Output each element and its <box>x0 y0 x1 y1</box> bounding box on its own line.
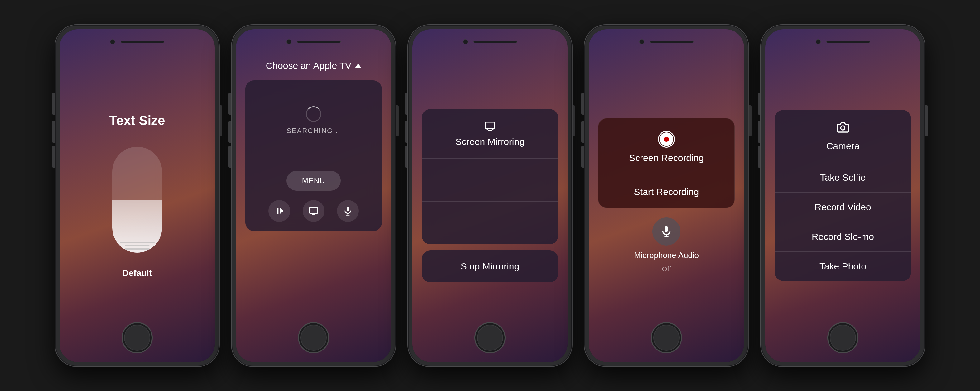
menu-button[interactable]: MENU <box>286 171 341 191</box>
slider-line-3 <box>125 248 150 250</box>
apple-tv-screen: Choose an Apple TV SEARCHING... MENU <box>236 54 391 362</box>
camera-dot-3 <box>463 39 468 44</box>
mic-section: Microphone Audio Off <box>634 218 699 273</box>
recording-title: Screen Recording <box>629 153 704 163</box>
home-button-2[interactable] <box>298 322 329 353</box>
svg-point-11 <box>841 126 845 130</box>
text-size-slider[interactable] <box>112 147 162 253</box>
iphone-3-screen: Screen Mirroring Stop Mirroring <box>412 29 568 362</box>
apple-tv-header: Choose an Apple TV <box>266 60 361 71</box>
stop-mirroring-panel: Stop Mirroring <box>422 251 558 282</box>
recording-header: Screen Recording <box>598 118 734 176</box>
camera-dot-1 <box>110 39 115 44</box>
iphone-3: Screen Mirroring Stop Mirroring <box>407 24 573 367</box>
searching-spinner <box>306 106 321 122</box>
camera-icon <box>837 121 849 136</box>
remote-search-area: SEARCHING... <box>245 80 382 161</box>
svg-rect-5 <box>347 207 349 211</box>
camera-panel: Camera Take Selfie Record Video Record S… <box>775 110 911 281</box>
speaker-bar-5 <box>826 40 870 43</box>
searching-text: SEARCHING... <box>286 127 340 135</box>
iphone-4-screen: Screen Recording Start Recording Microph… <box>589 29 744 362</box>
start-recording-button[interactable]: Start Recording <box>598 176 734 208</box>
iphone-2-screen: Choose an Apple TV SEARCHING... MENU <box>236 29 391 362</box>
home-button-1[interactable] <box>122 322 153 353</box>
svg-marker-1 <box>280 208 284 214</box>
mic-sublabel: Off <box>662 265 671 273</box>
mirroring-option-4[interactable] <box>422 223 558 244</box>
tv-button[interactable] <box>303 200 325 222</box>
top-bar-5 <box>765 29 921 54</box>
svg-rect-2 <box>310 208 318 213</box>
phones-container: Text Size Default <box>0 0 980 391</box>
slider-line-1 <box>120 242 154 243</box>
take-photo-button[interactable]: Take Photo <box>775 252 911 281</box>
play-pause-icon <box>274 206 284 216</box>
text-size-default-label: Default <box>123 268 152 278</box>
record-slomo-button[interactable]: Record Slo-mo <box>775 222 911 252</box>
svg-rect-0 <box>277 208 278 214</box>
mic-button[interactable] <box>337 200 359 222</box>
text-size-screen: Text Size Default <box>59 29 215 362</box>
camera-header: Camera <box>775 110 911 163</box>
mirroring-title: Screen Mirroring <box>455 137 525 147</box>
camera-dot-4 <box>639 39 644 44</box>
iphone-5: Camera Take Selfie Record Video Record S… <box>760 24 926 367</box>
record-video-button[interactable]: Record Video <box>775 192 911 222</box>
chevron-up-icon <box>355 64 361 68</box>
mirroring-option-2[interactable] <box>422 180 558 202</box>
speaker-bar-4 <box>650 40 694 43</box>
mic-circle-button[interactable] <box>652 218 681 245</box>
home-button-3[interactable] <box>474 322 506 353</box>
mirroring-option-1[interactable] <box>422 159 558 180</box>
camera-label: Camera <box>826 141 860 151</box>
record-outer-ring <box>658 131 675 148</box>
svg-rect-8 <box>665 226 668 232</box>
camera-dot-5 <box>816 39 821 44</box>
mirroring-header: Screen Mirroring <box>422 109 558 159</box>
text-size-fill <box>112 200 162 253</box>
stop-mirroring-button[interactable]: Stop Mirroring <box>422 251 558 282</box>
iphone-1: Text Size Default <box>54 24 220 367</box>
airplay-icon <box>484 120 496 132</box>
record-dot <box>660 132 673 146</box>
remote-controls: MENU <box>245 161 382 231</box>
home-button-5[interactable] <box>827 322 858 353</box>
mirroring-option-3[interactable] <box>422 202 558 223</box>
play-pause-button[interactable] <box>268 200 290 222</box>
take-selfie-button[interactable]: Take Selfie <box>775 163 911 192</box>
screen-mirroring-screen: Screen Mirroring Stop Mirroring <box>412 29 568 362</box>
iphone-5-screen: Camera Take Selfie Record Video Record S… <box>765 29 921 362</box>
remote-bottom-row <box>268 200 359 222</box>
top-bar-3 <box>412 29 568 54</box>
speaker-bar-1 <box>121 40 164 43</box>
mirroring-panel: Screen Mirroring <box>422 109 558 244</box>
slider-line-2 <box>125 245 150 246</box>
apple-tv-header-text: Choose an Apple TV <box>266 60 352 71</box>
top-bar-4 <box>589 29 744 54</box>
home-button-4[interactable] <box>651 322 682 353</box>
tv-icon <box>309 206 318 216</box>
screen-recording-screen: Screen Recording Start Recording Microph… <box>589 29 744 362</box>
recording-panel: Screen Recording Start Recording <box>598 118 735 208</box>
top-bar-1 <box>59 29 215 54</box>
camera-dot-2 <box>286 39 291 44</box>
mic-label: Microphone Audio <box>634 251 699 260</box>
top-bar-2 <box>236 29 391 54</box>
iphone-4: Screen Recording Start Recording Microph… <box>584 24 749 367</box>
iphone-1-screen: Text Size Default <box>59 29 215 362</box>
remote-panel: SEARCHING... MENU <box>245 80 382 231</box>
mic-icon <box>343 206 353 216</box>
camera-svg-icon <box>837 121 849 134</box>
speaker-bar-3 <box>474 40 517 43</box>
microphone-icon <box>660 225 673 238</box>
text-size-title: Text Size <box>110 113 165 128</box>
iphone-2: Choose an Apple TV SEARCHING... MENU <box>231 24 396 367</box>
speaker-bar-2 <box>297 40 341 43</box>
camera-screen: Camera Take Selfie Record Video Record S… <box>765 29 921 362</box>
